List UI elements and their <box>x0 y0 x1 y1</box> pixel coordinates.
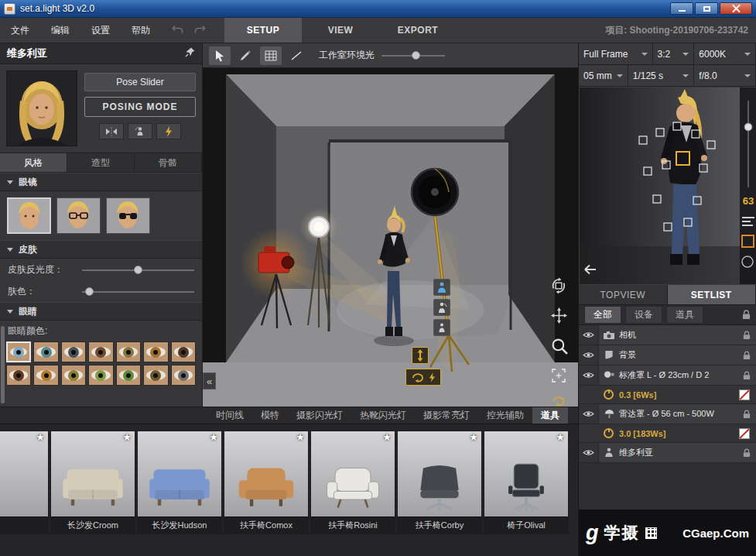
move-vertical-button[interactable] <box>412 347 429 364</box>
prop-card[interactable]: ★ 长沙发Hudson <box>137 431 222 534</box>
mirror-pose-button[interactable] <box>99 123 124 139</box>
favorite-star-icon[interactable]: ★ <box>382 431 392 444</box>
tab-skeleton[interactable]: 骨骼 <box>135 153 202 172</box>
rotate-model-button[interactable] <box>128 123 152 139</box>
eye-color-swatch[interactable] <box>88 341 113 362</box>
eye-color-swatch[interactable] <box>61 365 86 386</box>
lock-icon[interactable] <box>737 371 756 380</box>
menu-help[interactable]: 帮助 <box>121 18 161 43</box>
eye-color-swatch[interactable] <box>143 341 168 362</box>
skin-reflect-slider[interactable] <box>82 265 194 276</box>
eye-color-swatch[interactable] <box>171 365 196 386</box>
tab-export[interactable]: EXPORT <box>379 18 457 43</box>
shutter-speed-select[interactable]: 1/125 s <box>628 65 695 86</box>
eye-color-swatch[interactable] <box>116 341 141 362</box>
filter-equipment[interactable]: 设备 <box>625 306 662 324</box>
favorite-star-icon[interactable]: ★ <box>36 431 45 444</box>
pose-tool-button[interactable] <box>433 299 450 316</box>
flash-pose-button[interactable] <box>156 123 181 139</box>
tab-props[interactable]: 道具 <box>532 407 568 424</box>
setlist-row-background[interactable]: 背景 <box>579 345 756 366</box>
redo-icon[interactable] <box>193 25 206 36</box>
skin-tone-slider[interactable] <box>82 287 194 297</box>
menu-settings[interactable]: 设置 <box>80 18 121 43</box>
favorite-star-icon[interactable]: ★ <box>122 431 132 444</box>
power-dial-icon[interactable] <box>604 428 614 438</box>
menu-file[interactable]: 文件 <box>0 18 40 43</box>
panel-scrollbar[interactable] <box>1 326 5 403</box>
prop-card[interactable]: ★ 椅子Olival <box>484 431 569 534</box>
tab-models[interactable]: 模特 <box>252 407 288 424</box>
prop-card-partial[interactable]: ★ <box>0 431 49 534</box>
aspect-ratio-select[interactable]: 3:2 <box>653 43 695 64</box>
menu-edit[interactable]: 编辑 <box>40 18 80 43</box>
prop-card[interactable]: ★ 扶手椅Corby <box>397 431 482 534</box>
lock-all-icon[interactable] <box>742 310 751 320</box>
tab-setlist[interactable]: SETLIST <box>668 285 756 305</box>
undo-icon[interactable] <box>172 25 184 36</box>
eye-color-swatch[interactable] <box>6 365 31 386</box>
prop-card[interactable]: ★ 扶手椅Rosini <box>310 431 395 534</box>
eye-color-swatch[interactable] <box>33 341 58 362</box>
sensor-format-select[interactable]: Full Frame <box>579 43 653 64</box>
studio-viewport[interactable]: « <box>203 68 578 407</box>
posing-mode-button[interactable]: POSING MODE <box>84 97 196 117</box>
tab-light-modifiers[interactable]: 控光辅助 <box>478 407 532 424</box>
focal-length-select[interactable]: 05 mm <box>579 65 628 86</box>
studio-scene[interactable] <box>203 68 578 407</box>
prop-card[interactable]: ★ 长沙发Croom <box>50 431 135 534</box>
setlist-row-camera[interactable]: 相机 <box>579 325 756 345</box>
tab-studio-strobes[interactable]: 摄影闪光灯 <box>288 407 351 424</box>
flash-power-row[interactable]: 0.3 [6Ws] <box>579 386 756 404</box>
brush-tool-button[interactable] <box>234 46 256 65</box>
pan-view-button[interactable] <box>549 305 569 325</box>
eye-color-swatch[interactable] <box>61 341 86 362</box>
favorite-star-icon[interactable]: ★ <box>469 431 478 444</box>
tab-setup[interactable]: SETUP <box>224 18 302 43</box>
pin-icon[interactable] <box>185 47 195 60</box>
skin-section-header[interactable]: 皮肤 <box>0 240 202 259</box>
white-balance-select[interactable]: 6000K <box>694 43 756 64</box>
visibility-eye-icon[interactable] <box>579 366 599 385</box>
tab-shaping[interactable]: 造型 <box>67 153 135 172</box>
tab-continuous-lights[interactable]: 摄影常亮灯 <box>415 407 478 424</box>
close-button[interactable] <box>720 2 752 15</box>
gel-color-indicator[interactable] <box>739 390 750 400</box>
orbit-view-button[interactable] <box>549 276 569 296</box>
visibility-eye-icon[interactable] <box>579 325 599 345</box>
eyes-section-header[interactable]: 眼睛 <box>0 302 202 321</box>
power-dial-icon[interactable] <box>604 390 614 400</box>
ambient-light-slider[interactable] <box>381 50 445 61</box>
favorite-star-icon[interactable]: ★ <box>296 431 305 444</box>
favorite-star-icon[interactable]: ★ <box>209 431 218 444</box>
lock-icon[interactable] <box>737 410 756 419</box>
lock-icon[interactable] <box>737 448 756 458</box>
eye-color-swatch[interactable] <box>33 365 58 386</box>
glasses-section-header[interactable]: 眼镜 <box>0 173 202 191</box>
lock-icon[interactable] <box>737 351 756 360</box>
height-tool-button[interactable] <box>433 319 450 336</box>
zoom-frame-button[interactable] <box>549 366 569 386</box>
collapse-panel-button[interactable]: « <box>203 372 216 390</box>
eye-color-swatch[interactable] <box>143 365 168 386</box>
eye-color-swatch[interactable] <box>116 365 141 386</box>
favorite-star-icon[interactable]: ★ <box>556 431 565 444</box>
tab-speedlights[interactable]: 热靴闪光灯 <box>351 407 415 424</box>
eye-color-swatch[interactable] <box>6 341 31 362</box>
model-select-button[interactable] <box>433 279 450 296</box>
rotate-flash-button[interactable] <box>405 369 441 386</box>
grid-tool-button[interactable] <box>260 46 282 65</box>
setlist-row-reflector[interactable]: 标准罩 L - Ø 23cm / D 2 <box>579 366 756 386</box>
tab-view[interactable]: VIEW <box>302 18 379 43</box>
model-thumbnail[interactable] <box>6 70 77 146</box>
zoom-button[interactable] <box>549 336 570 356</box>
setlist-row-model[interactable]: 维多利亚 <box>579 443 756 463</box>
prop-card[interactable]: ★ 扶手椅Comox <box>224 431 309 534</box>
filter-all[interactable]: 全部 <box>584 306 621 324</box>
aperture-select[interactable]: f/8.0 <box>694 65 756 86</box>
pose-slider-button[interactable]: Pose Slider <box>84 73 196 91</box>
camera-preview[interactable]: 63 <box>579 87 756 285</box>
glasses-option-sunglasses[interactable] <box>106 197 150 234</box>
tab-style[interactable]: 风格 <box>0 153 67 172</box>
visibility-eye-icon[interactable] <box>579 404 599 424</box>
